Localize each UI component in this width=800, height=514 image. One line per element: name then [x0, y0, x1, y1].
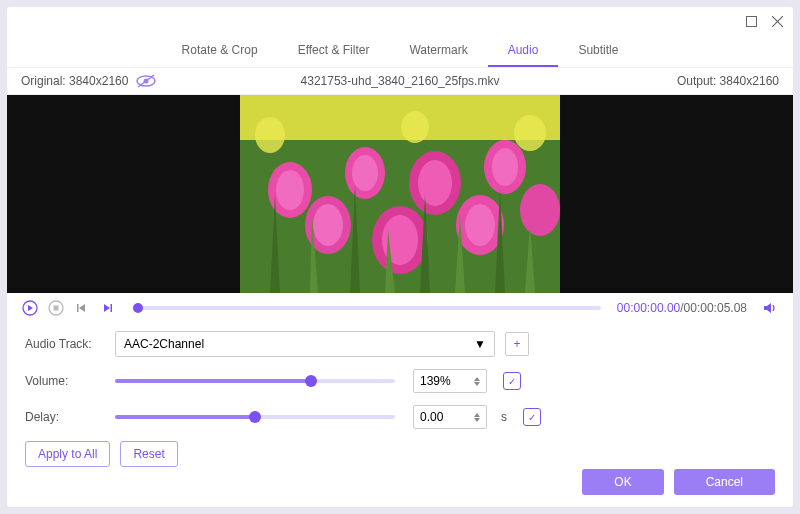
svg-point-9 — [276, 170, 304, 210]
delay-up[interactable] — [474, 413, 480, 417]
play-button[interactable] — [21, 299, 39, 317]
tab-watermark[interactable]: Watermark — [389, 35, 487, 67]
delay-reset-icon[interactable]: ✓ — [523, 408, 541, 426]
preview-frame — [240, 95, 560, 293]
volume-icon[interactable] — [761, 299, 779, 317]
delay-unit: s — [501, 410, 507, 424]
video-preview — [7, 95, 793, 293]
tab-audio[interactable]: Audio — [488, 35, 559, 67]
svg-point-22 — [520, 184, 560, 236]
audio-form: Audio Track: AAC-2Channel ▼ + Volume: 13… — [7, 323, 793, 475]
svg-marker-32 — [104, 304, 110, 312]
svg-rect-33 — [111, 304, 113, 312]
reset-button[interactable]: Reset — [120, 441, 177, 467]
output-resolution: Output: 3840x2160 — [677, 74, 779, 88]
svg-rect-30 — [77, 304, 79, 312]
close-icon[interactable] — [771, 15, 783, 27]
playback-controls: 00:00:00.00/00:00:05.08 — [7, 293, 793, 323]
tab-effect-filter[interactable]: Effect & Filter — [278, 35, 390, 67]
volume-up[interactable] — [474, 377, 480, 381]
tabs: Rotate & Crop Effect & Filter Watermark … — [7, 35, 793, 68]
window: Rotate & Crop Effect & Filter Watermark … — [7, 7, 793, 507]
delay-slider[interactable] — [115, 415, 395, 419]
delay-label: Delay: — [25, 410, 105, 424]
tab-subtitle[interactable]: Subtitle — [558, 35, 638, 67]
audio-track-value: AAC-2Channel — [124, 337, 204, 351]
svg-marker-31 — [79, 304, 85, 312]
svg-marker-34 — [764, 303, 771, 313]
prev-frame-button[interactable] — [73, 299, 91, 317]
audio-track-select[interactable]: AAC-2Channel ▼ — [115, 331, 495, 357]
svg-point-21 — [465, 204, 495, 246]
infobar: Original: 3840x2160 4321753-uhd_3840_216… — [7, 68, 793, 95]
tab-rotate-crop[interactable]: Rotate & Crop — [162, 35, 278, 67]
volume-input[interactable]: 139% — [413, 369, 487, 393]
volume-slider[interactable] — [115, 379, 395, 383]
delay-input[interactable]: 0.00 — [413, 405, 487, 429]
time-display: 00:00:00.00/00:00:05.08 — [617, 301, 747, 315]
stop-button[interactable] — [47, 299, 65, 317]
volume-down[interactable] — [474, 382, 480, 386]
svg-marker-27 — [28, 305, 33, 311]
footer: OK Cancel — [582, 469, 775, 495]
svg-point-23 — [255, 117, 285, 153]
svg-point-17 — [313, 204, 343, 246]
seek-thumb[interactable] — [133, 303, 143, 313]
add-track-button[interactable]: + — [505, 332, 529, 356]
chevron-down-icon: ▼ — [474, 337, 486, 351]
svg-rect-0 — [746, 16, 756, 26]
volume-reset-icon[interactable]: ✓ — [503, 372, 521, 390]
delay-value: 0.00 — [420, 410, 443, 424]
svg-point-15 — [492, 148, 518, 186]
preview-toggle-icon[interactable] — [136, 74, 156, 88]
original-resolution: Original: 3840x2160 — [21, 74, 128, 88]
apply-to-all-button[interactable]: Apply to All — [25, 441, 110, 467]
svg-rect-29 — [54, 306, 59, 311]
volume-label: Volume: — [25, 374, 105, 388]
svg-point-13 — [418, 160, 452, 206]
next-frame-button[interactable] — [99, 299, 117, 317]
audio-track-label: Audio Track: — [25, 337, 105, 351]
svg-point-25 — [514, 115, 546, 151]
svg-point-24 — [401, 111, 429, 143]
seek-bar[interactable] — [133, 306, 601, 310]
filename: 4321753-uhd_3840_2160_25fps.mkv — [301, 74, 500, 88]
ok-button[interactable]: OK — [582, 469, 663, 495]
titlebar — [7, 7, 793, 35]
maximize-icon[interactable] — [745, 15, 757, 27]
svg-point-11 — [352, 155, 378, 191]
delay-down[interactable] — [474, 418, 480, 422]
volume-value: 139% — [420, 374, 451, 388]
cancel-button[interactable]: Cancel — [674, 469, 775, 495]
